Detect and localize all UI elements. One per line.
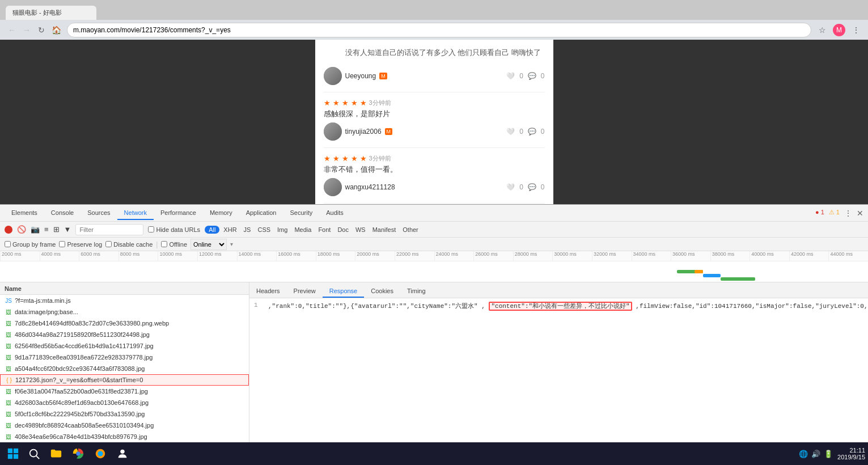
response-content: 1 ,"rank":0,"title":""},{"avatarurl":"",… [249,298,868,453]
file-name-5: 62564f8ed56b5ac4ccd6e61b4d9a1c41171997.j… [15,343,244,349]
like-icon-3[interactable]: 🤍 [506,183,515,191]
file-name-8: 1217236.json?_v_=yes&offset=0&startTime=… [15,377,244,383]
filter-all[interactable]: All [205,226,219,234]
comment-icon-3[interactable]: 💬 [528,183,536,191]
tab-console[interactable]: Console [44,206,81,220]
filter-other[interactable]: Other [400,226,421,234]
timeline-area: 2000 ms 4000 ms 6000 ms 8000 ms 10000 ms… [0,251,868,282]
filter-input[interactable] [75,224,143,235]
browser-tab[interactable]: 猫眼电影 - 好电影 [6,6,96,20]
file-item-12[interactable]: 🖼 dec4989bfc868924caab508a5ee65310103494… [0,420,249,431]
file-item-9[interactable]: 🖼 f06e381a0047faa522b00ad0e631f8ed23871.… [0,386,249,397]
back-button[interactable]: ← [6,24,18,36]
filter-media[interactable]: Media [291,226,314,234]
resp-tab-preview[interactable]: Preview [287,285,323,298]
clear-button[interactable]: 🚫 [17,225,26,234]
file-item-10[interactable]: 🖼 4d26803acb56f4c89ef1d69acb0130e647668.… [0,397,249,408]
file-item-8[interactable]: { } 1217236.json?_v_=yes&offset=0&startT… [0,374,249,386]
like-count-3: 0 [519,183,523,191]
like-icon-1[interactable]: 🤍 [506,72,515,80]
file-item-7[interactable]: 🖼 a504a4fcc6f20bdc92ce936744f3a6f783088.… [0,363,249,374]
devtools-close-icon[interactable]: ✕ [857,209,863,218]
home-button[interactable]: 🏠 [50,24,62,36]
resp-tab-response[interactable]: Response [323,285,365,298]
ruler-mark-16: 32000 ms [592,251,632,261]
offline-checkbox[interactable] [161,241,167,247]
file-item-11[interactable]: 🖼 5f0cf1c8cf6bc2222945b2bf570bd33a13590.… [0,408,249,420]
filter-doc[interactable]: Doc [335,226,352,234]
devtools-menu-icon[interactable]: ⋮ [844,209,852,218]
ruler-mark-19: 38000 ms [710,251,750,261]
ruler-mark-21: 42000 ms [789,251,829,261]
file-item-4[interactable]: 🖼 486d0344a98a2719158920f8e511230f24498.… [0,329,249,340]
tab-network[interactable]: Network [117,206,154,220]
file-item-6[interactable]: 🖼 9d1a771839ce8ea03918ea6722e9283379778.… [0,352,249,363]
preserve-log-label[interactable]: Preserve log [59,241,102,248]
file-icon-8: { } [5,376,13,384]
file-item-3[interactable]: 🖼 7d8c28eb414694df80a83c72d07c9e3633980.… [0,318,249,329]
network-main: Name JS ?f=mta-js:mta.min.js 🖼 data:imag… [0,282,868,453]
offline-label[interactable]: Offline [161,241,187,248]
search-taskbar-btn[interactable] [24,444,44,464]
forward-button[interactable]: → [20,24,33,36]
like-icon-2[interactable]: 🤍 [506,128,515,136]
firefox-btn[interactable] [90,444,110,464]
user-btn[interactable] [112,444,132,464]
tab-application[interactable]: Application [239,206,283,220]
address-bar[interactable] [73,26,805,34]
view-toggle-list[interactable]: ≡ [44,225,49,234]
tab-sources[interactable]: Sources [81,206,117,220]
comment-icon-2[interactable]: 💬 [528,128,536,136]
tab-memory[interactable]: Memory [203,206,239,220]
tab-elements[interactable]: Elements [5,206,44,220]
file-item-2[interactable]: 🖼 data:image/png;base... [0,306,249,318]
system-tray: 🌐 🔊 🔋 [799,450,833,458]
file-item-1[interactable]: JS ?f=mta-js:mta.min.js [0,295,249,306]
file-item-5[interactable]: 🖼 62564f8ed56b5ac4ccd6e61b4d9a1c41171997… [0,340,249,352]
capture-screenshot-icon[interactable]: 📷 [31,225,40,234]
page-content: 没有人知道自己的话说了有多少入 他们只顾看自己 哟嗨快了 Ueeyoung M … [0,40,868,204]
filter-font[interactable]: Font [315,226,333,234]
browser-chrome: 猫眼电影 - 好电影 ← → ↻ 🏠 ☆ M ⋮ [0,0,868,40]
resp-tab-timing[interactable]: Timing [400,285,433,298]
tab-audits[interactable]: Audits [319,206,350,220]
file-item-13[interactable]: 🖼 408e34ea6e96ca784e4d1b4394bfcb897679.j… [0,431,249,442]
filter-img[interactable]: Img [274,226,290,234]
resp-tab-headers[interactable]: Headers [249,285,287,298]
tab-title: 猫眼电影 - 好电影 [12,9,62,16]
start-button[interactable] [3,444,23,464]
svg-rect-0 [7,449,12,453]
filter-css[interactable]: CSS [255,226,273,234]
throttle-select[interactable]: Online Fast 3G Slow 3G [190,239,227,250]
disable-cache-label[interactable]: Disable cache [105,241,153,248]
profile-icon[interactable]: M [833,24,845,36]
file-name-11: 5f0cf1c8cf6bc2222945b2bf570bd33a13590.jp… [15,411,244,417]
disable-cache-checkbox[interactable] [105,241,112,247]
filter-ws[interactable]: WS [353,226,369,234]
record-button[interactable] [5,226,12,234]
resp-tab-cookies[interactable]: Cookies [364,285,400,298]
warning-badge: ⚠ 1 [829,209,840,218]
ruler-mark-18: 36000 ms [671,251,710,261]
filter-js[interactable]: JS [241,226,254,234]
bookmark-icon[interactable]: ☆ [816,24,828,36]
menu-icon[interactable]: ⋮ [850,24,862,36]
hide-data-urls-checkbox[interactable] [148,226,154,232]
view-toggle-grid[interactable]: ⊞ [53,225,60,234]
preserve-log-checkbox[interactable] [59,241,65,247]
filter-icon[interactable]: ▼ [64,225,71,234]
ruler-mark-14: 28000 ms [513,251,553,261]
file-explorer-btn[interactable] [46,444,66,464]
group-by-frame-checkbox[interactable] [5,241,11,247]
refresh-button[interactable]: ↻ [35,24,48,36]
filter-xhr[interactable]: XHR [221,226,239,234]
taskbar: 🌐 🔊 🔋 21:11 2019/9/15 [0,442,868,465]
comment-item-3: ★★★★★ 3分钟前 非常不错，值得一看。 wangxu4211128 🤍 0 … [324,148,545,204]
svg-rect-3 [13,454,18,459]
chrome-btn[interactable] [68,444,88,464]
tab-security[interactable]: Security [283,206,319,220]
filter-manifest[interactable]: Manifest [370,226,399,234]
comment-icon-1[interactable]: 💬 [528,72,536,80]
group-by-frame-label[interactable]: Group by frame [5,241,56,248]
tab-performance[interactable]: Performance [154,206,203,220]
